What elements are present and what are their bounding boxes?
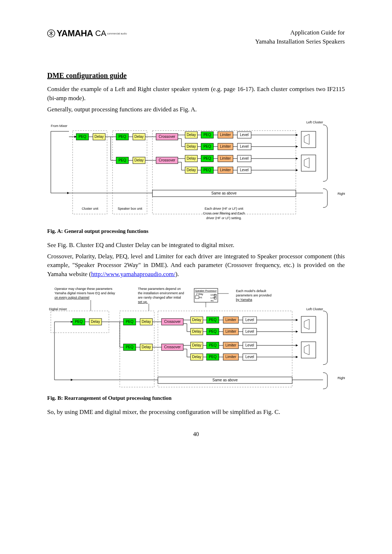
svg-text:Delay: Delay (94, 135, 104, 139)
svg-text:Limiter: Limiter (225, 329, 237, 333)
svg-text:Level: Level (240, 133, 249, 137)
svg-text:Level: Level (245, 317, 254, 321)
svg-text:PEQ: PEQ (209, 317, 216, 321)
svg-text:Delay: Delay (192, 343, 201, 347)
svg-text:Delay: Delay (192, 329, 201, 333)
svg-rect-2 (113, 131, 147, 214)
header-line2: Yamaha Installation Series Speakers (255, 37, 345, 46)
svg-text:Speaker Processor: Speaker Processor (195, 290, 217, 292)
svg-text:set up.: set up. (138, 300, 148, 304)
svg-text:PEQ: PEQ (126, 319, 133, 323)
svg-text:PEQ: PEQ (126, 345, 133, 349)
svg-text:Crossover: Crossover (159, 135, 175, 139)
svg-text:PEQ: PEQ (118, 135, 126, 139)
svg-text:Limiter: Limiter (225, 317, 237, 321)
svg-text:Same as above: Same as above (211, 191, 237, 195)
svg-text:Each driver (HF or LF) unit: Each driver (HF or LF) unit (205, 207, 244, 211)
brand-logo: YAMAHA CA commercial audio (47, 28, 127, 38)
svg-text:Cross over filtering and Each: Cross over filtering and Each (203, 212, 245, 216)
svg-text:4%: 4% (211, 300, 214, 302)
svg-text:Level: Level (240, 168, 249, 172)
svg-text:Limiter: Limiter (220, 156, 231, 160)
svg-text:Delay: Delay (187, 133, 196, 137)
svg-text:on every output channel: on every output channel (54, 296, 89, 299)
svg-text:PEQ: PEQ (203, 168, 211, 172)
svg-text:Same as above: Same as above (212, 378, 238, 382)
svg-text:Limiter: Limiter (225, 343, 237, 347)
page-header: YAMAHA CA commercial audio Application G… (47, 28, 345, 46)
svg-text:Each model's default: Each model's default (236, 289, 266, 293)
svg-text:PEQ: PEQ (118, 158, 126, 162)
svg-text:Level: Level (245, 329, 254, 333)
svg-text:Crossover: Crossover (164, 319, 181, 323)
figure-b-svg: Operator may change these parameters Yam… (47, 286, 345, 391)
svg-text:Left Cluster: Left Cluster (306, 307, 323, 311)
svg-text:Level: Level (245, 354, 254, 358)
svg-text:Crossover: Crossover (159, 158, 175, 162)
tuning-fork-icon (47, 29, 55, 37)
section-title: DME configuration guide (47, 71, 345, 80)
header-title: Application Guide for Yamaha Installatio… (255, 28, 345, 46)
svg-text:PEQ: PEQ (75, 319, 82, 323)
svg-rect-173 (301, 316, 316, 333)
yamaha-link[interactable]: http://www.yamahaproaudio.com/ (91, 271, 175, 278)
svg-text:Limiter: Limiter (220, 168, 231, 172)
brand-text: YAMAHA (57, 28, 93, 38)
svg-text:PEQ: PEQ (209, 343, 216, 347)
svg-text:PEQ: PEQ (209, 329, 216, 333)
page-number: 40 (47, 431, 345, 438)
svg-text:Delay: Delay (134, 158, 144, 162)
svg-text:Cluster unit: Cluster unit (82, 207, 98, 211)
figure-b-caption: Fig. B: Rearrangement of Output processi… (47, 395, 345, 401)
svg-text:the installation environment a: the installation environment and (138, 291, 184, 295)
paragraph-5: So, by using DME and digital mixer, the … (47, 408, 345, 417)
svg-text:Level: Level (240, 144, 249, 148)
svg-text:IN1: IN1 (199, 296, 203, 299)
paragraph-2: Generally, output processing functions a… (47, 105, 345, 114)
svg-text:PEQ: PEQ (209, 354, 216, 358)
svg-text:parameters are provided: parameters are provided (236, 294, 271, 297)
p4-text-b: ). (175, 271, 179, 278)
svg-text:Crossover: Crossover (164, 345, 181, 349)
paragraph-4: Crossover, Polarity, Delay, PEQ, level a… (47, 252, 345, 279)
svg-rect-213 (301, 342, 316, 358)
svg-text:2 Way: 2 Way (196, 293, 203, 296)
svg-text:Limiter: Limiter (220, 144, 231, 148)
svg-text:PEQ: PEQ (203, 144, 211, 148)
svg-text:PEQ: PEQ (78, 135, 86, 139)
ca-sub: commercial audio (107, 32, 127, 35)
paragraph-3: See Fig. B. Cluster EQ and Cluster Delay… (47, 241, 345, 250)
svg-rect-90 (301, 155, 316, 171)
svg-text:PEQ: PEQ (203, 156, 211, 160)
svg-text:Limiter: Limiter (225, 354, 237, 358)
ca-mark: CA (95, 29, 106, 38)
svg-text:Speaker box unit: Speaker box unit (118, 207, 142, 211)
svg-text:driver (HF or LF) setting.: driver (HF or LF) setting. (206, 217, 242, 220)
svg-text:Delay: Delay (187, 144, 196, 148)
svg-text:Right Cluster: Right Cluster (338, 376, 345, 380)
svg-text:Delay: Delay (187, 168, 196, 172)
svg-text:Limiter: Limiter (220, 133, 231, 137)
svg-text:PEQ: PEQ (203, 133, 211, 137)
svg-text:Delay: Delay (192, 317, 201, 321)
digital-mixer-label: Digital mixer (49, 307, 67, 311)
svg-text:Delay: Delay (142, 319, 151, 323)
right-cluster-label: Right Cluster (338, 192, 345, 196)
left-cluster-label: Left Cluster (306, 120, 323, 124)
svg-text:Delay: Delay (187, 156, 196, 160)
svg-text:are rarely changed after initi: are rarely changed after initial (138, 296, 181, 299)
header-line1: Application Guide for (255, 28, 345, 37)
svg-text:Level: Level (245, 343, 254, 347)
from-mixer-label: From Mixer (51, 124, 68, 128)
svg-text:Delay: Delay (142, 345, 151, 349)
svg-text:Level: Level (240, 156, 249, 160)
svg-text:Delay: Delay (192, 354, 201, 358)
svg-text:These parameters depend on: These parameters depend on (138, 287, 181, 291)
figure-a-svg: From Mixer Left Cluster Right Cluster PE… (47, 120, 345, 224)
svg-text:Delay: Delay (91, 319, 100, 323)
svg-text:Delay: Delay (134, 135, 144, 139)
svg-text:Yamaha digital mixers have EQ : Yamaha digital mixers have EQ and delay (54, 291, 115, 295)
svg-text:Operator may change these para: Operator may change these parameters (54, 287, 113, 291)
figure-a-caption: Fig. A: General output processing functi… (47, 228, 345, 234)
svg-rect-1 (73, 131, 107, 214)
